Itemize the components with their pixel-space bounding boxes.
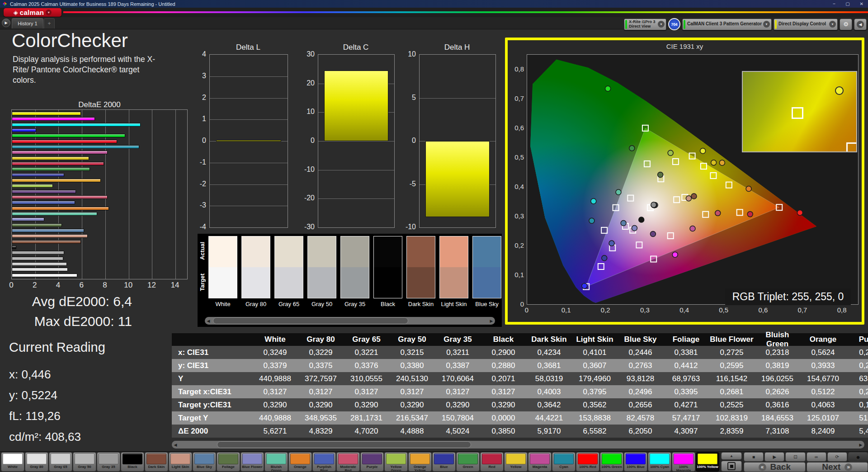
palette-item-orange-yellow[interactable]: Orange Yellow [408, 452, 432, 472]
workflow-expand-button[interactable]: ▶ [2, 19, 10, 27]
tab-add-button[interactable]: + [44, 18, 55, 28]
tab-history-1[interactable]: History 1 [12, 18, 43, 28]
y-tick-label: 0,5 [514, 153, 524, 161]
next-button[interactable]: Next » [807, 462, 868, 472]
palette-item-moderate-red[interactable]: Moderate Red [336, 452, 360, 472]
palette-swatch [458, 453, 478, 464]
palette-item-100-red[interactable]: 100% Red [576, 452, 599, 472]
palette-item-blue-sky[interactable]: Blue Sky [193, 452, 216, 472]
palette-item-orange[interactable]: Orange [288, 452, 312, 472]
table-cell: 0,4412 [663, 361, 709, 370]
y-tick-label: -10 [406, 223, 416, 231]
palette-item-light-skin[interactable]: Light Skin [169, 452, 192, 472]
palette-item-gray-35[interactable]: Gray 35 [97, 452, 120, 472]
palette-swatch [578, 453, 598, 464]
palette-item-blue-flower[interactable]: Blue Flower [241, 452, 264, 472]
close-icon[interactable]: ✕ [860, 1, 863, 6]
scroll-right-icon[interactable]: ▶ [857, 441, 864, 448]
table-cell: 170,6064 [435, 374, 481, 383]
table-cell: 0,3211 [435, 348, 481, 357]
swatch-column-blue-sky: Blue Sky [472, 236, 501, 307]
palette-label: 100% Red [576, 465, 599, 469]
scroll-right-icon[interactable]: ▶ [488, 317, 495, 325]
play-button[interactable]: ▶ [764, 452, 784, 462]
palette-item-red[interactable]: Red [480, 452, 504, 472]
palette-label: 100% Blue [624, 465, 647, 469]
back-button[interactable]: « Back [744, 462, 806, 472]
table-cell: 0,216 [846, 387, 868, 396]
delta-h-chart-bar [425, 141, 489, 217]
table-cell: 0,4003 [526, 387, 572, 396]
table-cell: 0,2681 [709, 387, 755, 396]
palette-item-foliage[interactable]: Foliage [217, 452, 240, 472]
deltae-bar-100-magenta [12, 117, 95, 121]
palette-item-blue[interactable]: Blue [432, 452, 456, 472]
collapse-panel-button[interactable]: ◀ [854, 19, 867, 30]
palette: WhiteGray 80Gray 65Gray 50Gray 35BlackDa… [1, 452, 719, 472]
deltae-bar-gray-35 [12, 251, 64, 255]
meter-badge[interactable]: 704 [668, 18, 680, 30]
swatch-scrollbar[interactable]: ◀ ▶ [205, 317, 495, 325]
scroll-left-icon[interactable]: ◀ [205, 317, 212, 325]
cie-measured-red [747, 212, 753, 217]
table-cell: 0,207 [846, 361, 868, 370]
stop-button[interactable]: ■ [744, 452, 764, 462]
pattern-generator-dropdown[interactable]: CalMAN Client 3 Pattern Generator ▼ [682, 19, 772, 30]
x-tick-label: 8 [103, 281, 107, 290]
palette-item-cyan[interactable]: Cyan [552, 452, 576, 472]
palette-item-yellow-green[interactable]: Yellow Green [384, 452, 408, 472]
column-header-blue-sky: Blue Sky [618, 335, 663, 344]
table-scrollbar-thumb[interactable] [217, 441, 471, 448]
palette-item-purple[interactable]: Purple [360, 452, 384, 472]
deltae-bar-yellow-green [12, 184, 53, 188]
record-button[interactable]: ● [848, 452, 868, 462]
palette-item-bluish-green[interactable]: Bluish Green [264, 452, 288, 472]
table-cell: 0,3642 [526, 401, 572, 410]
table-cell: 63,34 [846, 374, 868, 383]
swatch-scrollbar-thumb[interactable] [213, 317, 408, 324]
palette-item-green[interactable]: Green [456, 452, 480, 472]
palette-label: Moderate Red [337, 465, 359, 472]
maximize-icon[interactable]: ▢ [845, 1, 849, 6]
table-cell: 0,3290 [481, 401, 526, 410]
settings-button[interactable]: ⚙ [840, 19, 852, 30]
loop-button[interactable]: ⟳ [827, 452, 847, 462]
palette-item-100-green[interactable]: 100% Green [600, 452, 623, 472]
minimize-icon[interactable]: − [833, 1, 835, 6]
display-control-dropdown[interactable]: Direct Display Control ▼ [774, 19, 838, 30]
swatch-label: Light Skin [439, 301, 468, 307]
table-cell: 0,5122 [800, 387, 846, 396]
palette-item-100-magenta[interactable]: 100% Magenta [672, 452, 695, 472]
table-cell: 150,7804 [435, 414, 481, 423]
scroll-left-icon[interactable]: ◀ [172, 441, 179, 448]
palette-item-100-yellow[interactable]: 100% Yellow [696, 452, 719, 472]
x-tick-label: 4 [56, 281, 60, 290]
meter-select-dropdown[interactable]: X-Rite i1Pro 3 Direct View ▼ [624, 19, 666, 30]
palette-item-black[interactable]: Black [121, 452, 144, 472]
table-cell: 0,3616 [755, 401, 800, 410]
palette-item-100-cyan[interactable]: 100% Cyan [648, 452, 671, 472]
step-button[interactable]: ⊡ [785, 452, 805, 462]
palette-label: Orange [289, 465, 311, 469]
palette-item-gray-80[interactable]: Gray 80 [25, 452, 48, 472]
palette-expand-button[interactable]: ▲ [721, 452, 742, 460]
palette-item-dark-skin[interactable]: Dark Skin [145, 452, 168, 472]
continuous-button[interactable]: ∞ [807, 452, 826, 462]
palette-label: Red [481, 465, 503, 469]
palette-item-gray-65[interactable]: Gray 65 [49, 452, 72, 472]
palette-item-purplish-blue[interactable]: Purplish Blue [312, 452, 336, 472]
palette-swatch [410, 453, 430, 464]
y-tick-label: -20 [304, 194, 315, 202]
palette-item-white[interactable]: White [1, 452, 24, 472]
table-cell: 0,3376 [344, 361, 389, 370]
pattern-window-button[interactable] [721, 461, 742, 472]
palette-item-100-blue[interactable]: 100% Blue [624, 452, 647, 472]
palette-item-gray-50[interactable]: Gray 50 [73, 452, 96, 472]
table-cell: 0,3290 [344, 401, 389, 410]
palette-item-magenta[interactable]: Magenta [528, 452, 552, 472]
page-subtitle: Display analysis is performed with the X… [13, 54, 162, 85]
table-scrollbar[interactable]: ◀ ▶ [172, 441, 864, 448]
table-row: Target y:CIE310,32900,32900,32900,32900,… [172, 398, 868, 411]
calman-menu-button[interactable]: ◈ calman ▼ [4, 8, 61, 17]
palette-item-yellow[interactable]: Yellow [504, 452, 528, 472]
